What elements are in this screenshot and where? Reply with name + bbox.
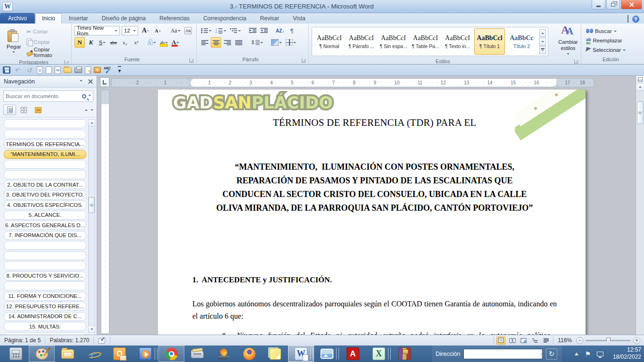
word-app-icon[interactable]: W — [2, 2, 13, 11]
heading-item[interactable] — [4, 251, 86, 260]
multilevel-list-button[interactable] — [229, 25, 242, 36]
font-size-select[interactable]: 12 — [122, 26, 138, 35]
ribbon-tab[interactable]: Correspondencia — [197, 13, 253, 24]
tab-stop-selector[interactable] — [100, 77, 109, 87]
style-card[interactable]: AaBbCcI ¶ Sin espa... — [378, 28, 409, 55]
style-card[interactable]: AaBbCcI ¶ Párrafo ... — [346, 28, 377, 55]
search-input[interactable] — [6, 93, 82, 99]
tray-expand-icon[interactable] — [575, 351, 578, 355]
web-layout-view-button[interactable] — [519, 337, 528, 345]
qat-more-icon[interactable]: ▾ — [115, 66, 124, 74]
heading-item[interactable] — [4, 170, 86, 179]
select-button[interactable]: Seleccionar — [586, 45, 639, 55]
clear-formatting-button[interactable] — [183, 25, 193, 36]
heading-item[interactable]: 3. OBJETIVO DEL PROYECTO. — [4, 190, 86, 199]
taskbar-button[interactable]: X — [366, 346, 392, 362]
taskbar-button[interactable]: e — [81, 346, 107, 362]
document-search-box[interactable] — [3, 90, 93, 102]
heading-item[interactable]: 2. OBJETO DE LA CONTRAT... — [4, 180, 86, 189]
email-icon[interactable]: ✉ — [55, 66, 61, 74]
print-layout-view-button[interactable] — [496, 337, 505, 345]
ribbon-tab[interactable]: Revisar — [254, 13, 286, 24]
heading-item[interactable]: 7. INFORMACIÓN QUE DIS... — [4, 231, 86, 240]
taskbar-button[interactable] — [55, 346, 81, 362]
collapse-ribbon-icon[interactable] — [627, 16, 628, 23]
spellcheck-status-icon[interactable] — [94, 335, 110, 346]
zoom-slider-thumb[interactable] — [606, 337, 611, 343]
increase-indent-button[interactable] — [259, 25, 269, 36]
ribbon-tab[interactable]: Archivo — [0, 13, 35, 24]
cut-button[interactable]: Cortar — [25, 26, 68, 37]
address-dropdown-icon[interactable] — [541, 349, 544, 359]
style-card[interactable]: AaBbCcI ¶ Texto in... — [442, 28, 473, 55]
nav-scroll-thumb[interactable] — [89, 197, 95, 213]
taskbar-button[interactable] — [29, 346, 55, 362]
ruler-toggle-button[interactable] — [636, 76, 644, 83]
hanging-indent-marker[interactable] — [188, 82, 193, 88]
heading-item[interactable] — [4, 241, 86, 250]
align-center-button[interactable] — [211, 37, 221, 48]
heading-item[interactable]: TÉRMINOS DE REFERENCIA... — [4, 140, 86, 148]
clipboard-dialog-launcher-icon[interactable] — [65, 60, 69, 65]
change-case-button[interactable] — [170, 25, 181, 36]
taskbar-button[interactable] — [132, 346, 158, 362]
doc-scroll-thumb[interactable] — [637, 101, 644, 124]
close-button[interactable] — [621, 0, 642, 9]
heading-item[interactable] — [4, 130, 86, 139]
taskbar-clock[interactable]: 12:57 18/02/2022 — [605, 346, 641, 361]
page-indicator[interactable]: Página: 1 de 5 — [0, 335, 45, 346]
format-painter-button[interactable]: Copiar formato — [25, 47, 68, 58]
browse-headings-tab[interactable] — [3, 105, 16, 115]
heading-item[interactable] — [4, 119, 86, 128]
line-spacing-button[interactable] — [249, 37, 264, 48]
font-dialog-launcher-icon[interactable] — [190, 58, 194, 63]
undo-icon[interactable]: ↶ — [13, 66, 22, 74]
address-input[interactable] — [464, 349, 541, 359]
shrink-font-button[interactable] — [152, 25, 163, 36]
underline-button[interactable] — [97, 37, 107, 48]
minimize-button[interactable] — [592, 0, 605, 9]
taskbar-button[interactable]: O — [107, 346, 132, 362]
font-family-select[interactable]: Times New Rom — [74, 26, 120, 35]
ribbon-tab[interactable]: Diseño de página — [95, 13, 152, 24]
heading-item[interactable]: 6. ASPECTOS GENERALES D... — [4, 221, 86, 230]
shading-button[interactable] — [270, 37, 283, 48]
address-go-icon[interactable] — [546, 348, 557, 360]
align-left-button[interactable] — [199, 37, 210, 48]
save-icon[interactable] — [3, 66, 10, 74]
styles-dialog-launcher-icon[interactable] — [574, 59, 578, 64]
borders-button[interactable] — [284, 37, 297, 48]
highlight-button[interactable] — [158, 37, 169, 48]
taskbar-button[interactable] — [236, 346, 262, 362]
zoom-level[interactable]: 116% — [558, 337, 572, 344]
redo-icon[interactable]: ↺ — [25, 66, 34, 74]
nav-scroll-up-icon[interactable] — [89, 120, 95, 126]
show-marks-button[interactable] — [287, 25, 297, 36]
text-effects-button[interactable] — [147, 37, 157, 48]
right-indent-marker[interactable] — [553, 82, 558, 88]
heading-item[interactable]: 8. PRODUCTOS Y SERVICIO... — [4, 272, 86, 280]
bold-button[interactable] — [74, 37, 85, 48]
taskbar-button[interactable]: A — [340, 346, 366, 362]
paragraph-dialog-launcher-icon[interactable] — [302, 58, 306, 63]
navigation-pane-close-icon[interactable] — [88, 79, 93, 84]
taskbar-button[interactable] — [158, 346, 184, 362]
document-page[interactable]: ★★★ GADSANPLÁCIDO GADSANPLÁCIDO TÉRMINOS… — [158, 90, 586, 335]
align-right-button[interactable] — [222, 37, 232, 48]
copy-button[interactable]: Copiar — [25, 37, 68, 47]
zoom-slider[interactable] — [586, 340, 631, 341]
style-card[interactable]: AaBbCcl ¶ Título 1 — [474, 28, 505, 55]
navigation-scrollbar[interactable] — [88, 119, 95, 333]
sort-button[interactable] — [274, 25, 286, 36]
taskbar-button[interactable] — [262, 346, 288, 362]
outline-view-button[interactable] — [530, 337, 539, 345]
numbering-button[interactable]: 12 — [214, 25, 228, 36]
draft-view-button[interactable] — [542, 337, 551, 345]
styles-more-button[interactable] — [539, 46, 546, 54]
heading-item[interactable]: 15. MULTAS: — [4, 322, 86, 331]
search-icon[interactable] — [82, 94, 86, 99]
media-browser-icon[interactable] — [94, 67, 101, 73]
ribbon-tab[interactable]: Vista — [286, 13, 312, 24]
nav-scroll-down-icon[interactable] — [89, 326, 95, 332]
replace-button[interactable]: Reemplazar — [586, 36, 639, 45]
